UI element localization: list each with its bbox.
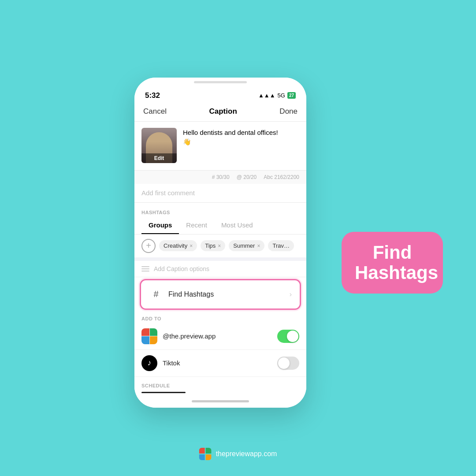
brand-logo-q4: [206, 454, 212, 460]
hashtag-counter: # 30/30: [212, 174, 230, 180]
add-to-row-preview: @the.preview.app: [134, 323, 306, 350]
cancel-button[interactable]: Cancel: [143, 107, 167, 116]
home-bar: [192, 400, 249, 402]
tag-chip-trav-label: Trav…: [272, 242, 290, 249]
toggle-knob: [287, 331, 298, 342]
icon-quadrant-1: [141, 328, 149, 336]
promo-line2: Hashtags: [355, 263, 430, 283]
icon-quadrant-3: [141, 336, 149, 344]
caption-area: Edit Hello dentists and dental offices! …: [134, 122, 306, 170]
tag-chip-creativity-remove[interactable]: ×: [190, 243, 193, 249]
caption-line1: Hello dentists and dental offices!: [183, 128, 299, 137]
preview-app-icon: [141, 328, 157, 344]
tab-most-used[interactable]: Most Used: [214, 217, 260, 234]
status-bar: 5:32 ▲▲▲ 5G 27: [134, 85, 306, 104]
tiktok-toggle[interactable]: [277, 357, 299, 370]
tag-chip-summer[interactable]: Summer ×: [229, 240, 264, 251]
caption-text-area[interactable]: Hello dentists and dental offices! 👋: [183, 128, 299, 164]
home-indicator: [134, 397, 306, 408]
tab-groups[interactable]: Groups: [141, 217, 179, 234]
hashtags-label: HASHTAGS: [134, 206, 306, 217]
char-counter: Abc 2162/2200: [264, 174, 299, 180]
schedule-section: SCHEDULE: [134, 377, 306, 397]
menu-bar-1: [141, 266, 149, 267]
toggle-knob-tiktok: [278, 357, 290, 369]
caption-emoji: 👋: [183, 137, 299, 146]
icon-quadrant-2: [150, 328, 158, 336]
post-thumbnail[interactable]: Edit: [141, 128, 177, 163]
status-icons: ▲▲▲ 5G 27: [258, 92, 296, 99]
add-group-button[interactable]: +: [141, 239, 156, 253]
find-hashtags-row[interactable]: # Find Hashtags ›: [140, 279, 301, 310]
tag-chip-summer-remove[interactable]: ×: [257, 243, 260, 249]
brand-logo-q1: [199, 448, 205, 454]
edit-overlay-button[interactable]: Edit: [141, 153, 177, 163]
nav-bar: Cancel Caption Done: [134, 104, 306, 122]
menu-bar-3: [141, 271, 149, 271]
preview-account-name: @the.preview.app: [163, 332, 272, 340]
brand-logo: [199, 448, 212, 460]
tiktok-icon: ♪: [141, 355, 157, 371]
network-type: 5G: [278, 92, 285, 99]
schedule-line: [141, 392, 186, 393]
notch-bar: [194, 81, 247, 83]
add-to-section: ADD TO @the.preview.app ♪ Tiktok: [134, 312, 306, 377]
tag-chip-tips[interactable]: Tips ×: [201, 240, 225, 251]
notch-area: [134, 78, 306, 85]
tag-chip-tips-remove[interactable]: ×: [218, 243, 221, 249]
promo-line1: Find: [355, 242, 430, 263]
add-to-label: ADD TO: [134, 312, 306, 323]
tag-chip-creativity[interactable]: Creativity ×: [159, 240, 197, 251]
status-time: 5:32: [145, 91, 160, 100]
menu-hint-text: Add Caption options: [154, 265, 209, 272]
brand-logo-q3: [199, 454, 205, 460]
mention-counter: @ 20/20: [237, 174, 257, 180]
tag-chip-summer-label: Summer: [233, 242, 255, 249]
menu-options-hint: Add Caption options: [134, 261, 306, 277]
hashtag-icon: #: [149, 287, 163, 301]
phone-frame: 5:32 ▲▲▲ 5G 27 Cancel Caption Done Edit …: [134, 78, 306, 408]
menu-bars-icon: [141, 266, 149, 271]
tab-recent[interactable]: Recent: [179, 217, 214, 234]
brand-url: thepreviewapp.com: [216, 450, 277, 458]
tag-chips-row: + Creativity × Tips × Summer × Trav…: [134, 234, 306, 257]
tag-chip-trav[interactable]: Trav…: [268, 240, 294, 251]
hashtags-section: HASHTAGS Groups Recent Most Used + Creat…: [134, 203, 306, 257]
tiktok-account-name: Tiktok: [163, 359, 272, 367]
hashtag-tabs: Groups Recent Most Used: [134, 217, 306, 234]
signal-icon: ▲▲▲: [258, 92, 275, 99]
done-button[interactable]: Done: [279, 107, 298, 116]
preview-toggle[interactable]: [277, 330, 299, 343]
find-hashtags-left: # Find Hashtags: [149, 287, 214, 301]
promo-bubble: Find Hashtags: [342, 232, 443, 294]
section-divider: [134, 257, 306, 261]
counter-bar: # 30/30 @ 20/20 Abc 2162/2200: [134, 170, 306, 184]
add-to-row-tiktok: ♪ Tiktok: [134, 350, 306, 377]
tag-chip-tips-label: Tips: [205, 242, 216, 249]
find-hashtags-label: Find Hashtags: [168, 290, 214, 298]
battery-icon: 27: [287, 92, 296, 99]
tag-chip-creativity-label: Creativity: [164, 242, 187, 249]
comment-placeholder: Add first comment: [141, 189, 195, 197]
comment-area[interactable]: Add first comment: [134, 184, 306, 203]
menu-bar-2: [141, 268, 149, 269]
chevron-right-icon: ›: [290, 290, 292, 298]
page-title: Caption: [209, 107, 237, 116]
icon-quadrant-4: [150, 336, 158, 344]
brand-logo-q2: [206, 448, 212, 454]
schedule-label: SCHEDULE: [141, 383, 299, 388]
branding: thepreviewapp.com: [199, 448, 277, 460]
